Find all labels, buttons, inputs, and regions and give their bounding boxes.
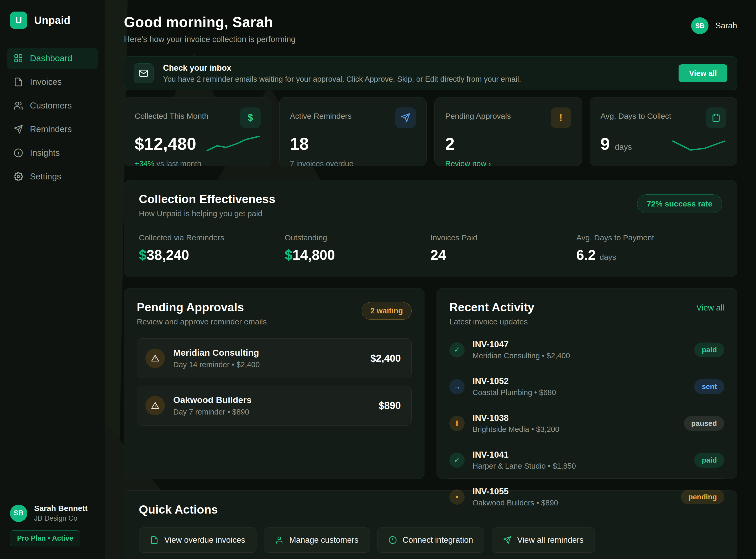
sidebar: U Unpaid Dashboard Invoices Customers Re… xyxy=(0,0,105,559)
invoice-detail: Coastal Plumbing • $680 xyxy=(473,388,686,397)
file-icon xyxy=(150,536,159,544)
user-menu[interactable]: SB Sarah xyxy=(691,17,737,34)
plan-badge: Pro Plan • Active xyxy=(10,530,80,546)
stat-card-reminders: Active Reminders 18 7 invoices overdue xyxy=(279,97,427,166)
send-icon xyxy=(503,536,511,544)
banner-title: Check your inbox xyxy=(163,63,669,73)
activity-row[interactable]: ● INV-1055 Oakwood Builders • $890 pendi… xyxy=(449,478,724,515)
pause-icon: ‖ xyxy=(449,416,465,431)
sidebar-item-label: Reminders xyxy=(30,124,72,134)
page-title: Good morning, Sarah xyxy=(124,14,296,30)
view-all-button[interactable]: View all xyxy=(679,64,727,82)
invoice-id: INV-1055 xyxy=(473,487,673,496)
sidebar-item-reminders[interactable]: Reminders xyxy=(7,119,98,140)
dollar-icon: $ xyxy=(240,108,261,128)
stat-label: Avg. Days to Collect xyxy=(600,112,671,120)
activity-row[interactable]: ‖ INV-1038 Brightside Media • $3,200 pau… xyxy=(449,405,724,442)
approval-row[interactable]: Meridian Consulting Day 14 reminder • $2… xyxy=(137,338,411,378)
insights-circle-icon xyxy=(14,148,23,158)
users-icon xyxy=(14,101,23,110)
dashboard-grid-icon xyxy=(14,53,23,63)
panel-title: Collection Effectiveness xyxy=(139,192,275,206)
customer-name: Oakwood Builders xyxy=(173,395,370,405)
sparkline-up xyxy=(206,133,261,155)
panel-subtitle: Latest invoice updates xyxy=(449,317,534,326)
status-badge: sent xyxy=(694,379,724,394)
user-icon xyxy=(275,536,283,544)
reminder-detail: Day 14 reminder • $2,400 xyxy=(173,360,362,369)
warning-icon xyxy=(145,349,165,368)
metric-invoices-paid: Invoices Paid 24 xyxy=(430,233,576,263)
status-badge: paused xyxy=(684,416,724,431)
calendar-icon xyxy=(706,108,726,128)
sidebar-item-invoices[interactable]: Invoices xyxy=(7,71,98,92)
invoice-detail: Harper & Lane Studio • $1,850 xyxy=(473,462,686,470)
sidebar-item-settings[interactable]: Settings xyxy=(7,166,98,187)
file-icon xyxy=(14,77,23,87)
clock-icon xyxy=(388,536,397,544)
sidebar-item-label: Customers xyxy=(30,100,72,111)
inbox-banner: Check your inbox You have 2 reminder ema… xyxy=(124,56,737,90)
view-all-reminders-button[interactable]: View all reminders xyxy=(492,528,595,553)
sidebar-item-label: Insights xyxy=(30,148,60,158)
stat-card-approvals: Pending Approvals ! 2 Review now › xyxy=(434,97,582,166)
panel-subtitle: Review and approve reminder emails xyxy=(137,317,267,326)
invoice-detail: Brightside Media • $3,200 xyxy=(473,425,676,434)
status-badge: paid xyxy=(694,342,724,357)
stat-card-days: Avg. Days to Collect 9 days xyxy=(590,97,737,166)
view-overdue-invoices-button[interactable]: View overdue invoices xyxy=(139,528,257,553)
sparkline-dip xyxy=(671,137,726,155)
panel-subtitle: How Unpaid is helping you get paid xyxy=(139,209,275,218)
connect-integration-button[interactable]: Connect integration xyxy=(377,528,485,553)
pending-approvals-panel: Pending Approvals Review and approve rem… xyxy=(124,288,424,479)
arrow-icon: → xyxy=(449,379,465,394)
activity-row[interactable]: ✓ INV-1047 Meridian Consulting • $2,400 … xyxy=(449,332,724,368)
metric-collected-via-reminders: Collected via Reminders $38,240 xyxy=(139,233,285,263)
status-badge: pending xyxy=(681,490,724,505)
invoice-id: INV-1041 xyxy=(473,450,686,460)
sidebar-nav: Dashboard Invoices Customers Reminders I… xyxy=(7,48,98,187)
avatar: SB xyxy=(10,505,27,522)
sidebar-item-label: Settings xyxy=(30,172,61,181)
invoice-id: INV-1052 xyxy=(473,376,686,386)
page-subtitle: Here's how your invoice collection is pe… xyxy=(124,35,296,44)
sidebar-item-dashboard[interactable]: Dashboard xyxy=(7,48,98,69)
view-all-link[interactable]: View all xyxy=(696,303,724,313)
approval-row[interactable]: Oakwood Builders Day 7 reminder • $890 $… xyxy=(137,386,411,426)
check-icon: ✓ xyxy=(449,453,465,468)
mail-icon xyxy=(134,63,153,83)
stat-delta: +34% vs last month xyxy=(135,159,261,168)
collection-effectiveness-panel: Collection Effectiveness How Unpaid is h… xyxy=(124,180,737,277)
invoice-detail: Oakwood Builders • $890 xyxy=(473,498,673,507)
sidebar-item-label: Dashboard xyxy=(30,53,72,63)
dot-icon: ● xyxy=(449,489,465,505)
invoice-id: INV-1047 xyxy=(473,339,686,349)
check-icon: ✓ xyxy=(449,342,465,358)
review-now-link[interactable]: Review now › xyxy=(445,159,491,168)
send-icon xyxy=(14,125,23,134)
sidebar-item-insights[interactable]: Insights xyxy=(7,142,98,163)
stat-label: Pending Approvals xyxy=(445,112,511,120)
sidebar-item-customers[interactable]: Customers xyxy=(7,95,98,116)
recent-activity-panel: Recent Activity Latest invoice updates V… xyxy=(436,288,737,479)
send-icon xyxy=(395,108,416,128)
profile-company: JB Design Co xyxy=(34,514,88,522)
stat-label: Collected This Month xyxy=(135,112,208,120)
manage-customers-button[interactable]: Manage customers xyxy=(264,528,370,553)
panel-title: Pending Approvals xyxy=(137,300,267,314)
amount: $890 xyxy=(379,400,401,411)
activity-row[interactable]: → INV-1052 Coastal Plumbing • $680 sent xyxy=(449,368,724,405)
stat-value: 18 xyxy=(290,134,416,154)
status-badge: paid xyxy=(694,453,724,468)
amount: $2,400 xyxy=(370,353,401,364)
avatar: SB xyxy=(691,17,708,34)
stat-card-collected: Collected This Month $ $12,480 +34% vs l… xyxy=(124,97,271,166)
logo-icon: U xyxy=(10,12,27,29)
stat-value: 2 xyxy=(445,134,571,154)
activity-row[interactable]: ✓ INV-1041 Harper & Lane Studio • $1,850… xyxy=(449,442,724,478)
metric-avg-days-to-payment: Avg. Days to Payment 6.2 days xyxy=(576,233,723,263)
invoice-detail: Meridian Consulting • $2,400 xyxy=(473,352,686,360)
customer-name: Meridian Consulting xyxy=(173,348,362,358)
app-logo: U Unpaid xyxy=(7,12,98,29)
stat-sub: 7 invoices overdue xyxy=(290,159,416,168)
